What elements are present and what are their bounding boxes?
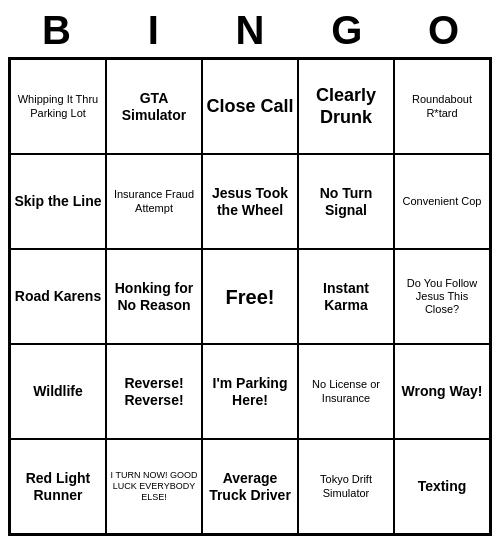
bingo-cell-8[interactable]: No Turn Signal: [298, 154, 394, 249]
bingo-letter-I: I: [105, 8, 202, 53]
bingo-cell-16[interactable]: Reverse! Reverse!: [106, 344, 202, 439]
bingo-letter-B: B: [8, 8, 105, 53]
bingo-cell-11[interactable]: Honking for No Reason: [106, 249, 202, 344]
bingo-cell-7[interactable]: Jesus Took the Wheel: [202, 154, 298, 249]
bingo-cell-3[interactable]: Clearly Drunk: [298, 59, 394, 154]
bingo-cell-10[interactable]: Road Karens: [10, 249, 106, 344]
bingo-cell-5[interactable]: Skip the Line: [10, 154, 106, 249]
bingo-cell-13[interactable]: Instant Karma: [298, 249, 394, 344]
bingo-letter-N: N: [202, 8, 299, 53]
bingo-letter-G: G: [298, 8, 395, 53]
bingo-cell-20[interactable]: Red Light Runner: [10, 439, 106, 534]
bingo-cell-17[interactable]: I'm Parking Here!: [202, 344, 298, 439]
bingo-cell-14[interactable]: Do You Follow Jesus This Close?: [394, 249, 490, 344]
bingo-cell-12[interactable]: Free!: [202, 249, 298, 344]
bingo-letter-O: O: [395, 8, 492, 53]
bingo-cell-4[interactable]: Roundabout R*tard: [394, 59, 490, 154]
bingo-cell-22[interactable]: Average Truck Driver: [202, 439, 298, 534]
bingo-grid: Whipping It Thru Parking LotGTA Simulato…: [8, 57, 492, 536]
bingo-cell-6[interactable]: Insurance Fraud Attempt: [106, 154, 202, 249]
bingo-cell-2[interactable]: Close Call: [202, 59, 298, 154]
bingo-cell-1[interactable]: GTA Simulator: [106, 59, 202, 154]
bingo-title-row: BINGO: [8, 8, 492, 53]
bingo-cell-18[interactable]: No License or Insurance: [298, 344, 394, 439]
bingo-cell-9[interactable]: Convenient Cop: [394, 154, 490, 249]
bingo-cell-21[interactable]: I TURN NOW! GOOD LUCK EVERYBODY ELSE!: [106, 439, 202, 534]
bingo-cell-19[interactable]: Wrong Way!: [394, 344, 490, 439]
bingo-cell-24[interactable]: Texting: [394, 439, 490, 534]
bingo-cell-15[interactable]: Wildlife: [10, 344, 106, 439]
bingo-cell-23[interactable]: Tokyo Drift Simulator: [298, 439, 394, 534]
bingo-cell-0[interactable]: Whipping It Thru Parking Lot: [10, 59, 106, 154]
